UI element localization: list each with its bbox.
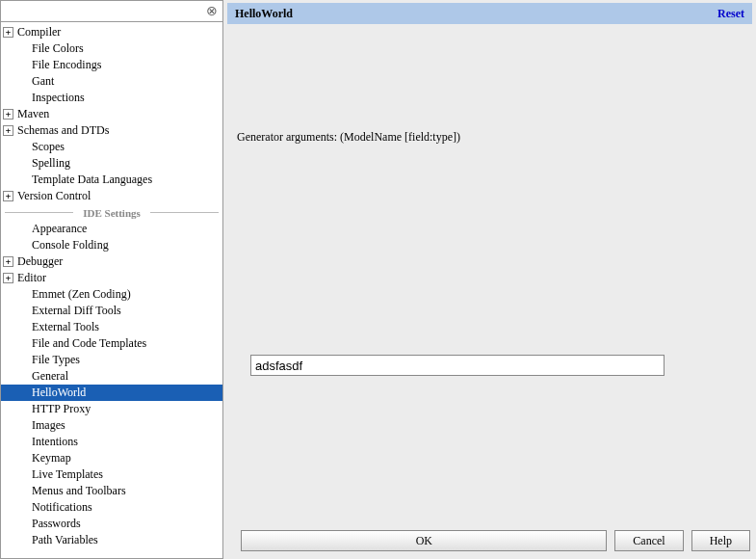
help-button[interactable]: Help	[691, 530, 750, 551]
tree-item[interactable]: File Types	[1, 352, 222, 368]
tree-item[interactable]: Live Templates	[1, 466, 222, 483]
tree-item-label: File Colors	[32, 41, 84, 56]
tree-item-label: Maven	[17, 107, 49, 121]
expand-icon[interactable]: +	[3, 256, 13, 267]
settings-detail-panel: HelloWorld Reset Generator arguments: (M…	[223, 0, 756, 559]
ok-button[interactable]: OK	[241, 530, 607, 551]
tree-item[interactable]: External Diff Tools	[1, 303, 222, 319]
generator-args-label: Generator arguments: (ModelName [field:t…	[237, 130, 743, 145]
tree-item-label: Passwords	[32, 517, 81, 531]
tree-item[interactable]: Menus and Toolbars	[1, 483, 222, 499]
section-label: IDE Settings	[77, 207, 146, 219]
tree-item[interactable]: +Editor	[1, 270, 222, 286]
expand-icon[interactable]: +	[3, 191, 13, 201]
tree-item[interactable]: +Maven	[1, 106, 222, 122]
tree-item-label: Inspections	[32, 91, 85, 105]
search-bar: ⊗	[1, 1, 222, 22]
expand-icon[interactable]: +	[3, 273, 13, 283]
tree-item[interactable]: Notifications	[1, 499, 222, 516]
tree-item[interactable]: HTTP Proxy	[1, 401, 222, 417]
tree-item[interactable]: Spelling	[1, 155, 222, 172]
tree-item-label: HTTP Proxy	[32, 402, 91, 416]
tree-item-label: Intentions	[32, 435, 78, 449]
tree-item-label: Keymap	[32, 451, 71, 466]
tree-item[interactable]: File Colors	[1, 40, 222, 57]
tree-item[interactable]: Gant	[1, 73, 222, 90]
expand-icon[interactable]: +	[3, 125, 13, 136]
tree-item[interactable]: Intentions	[1, 434, 222, 450]
tree-item[interactable]: Template Data Languages	[1, 172, 222, 188]
tree-item-label: Schemas and DTDs	[17, 123, 109, 138]
tree-item[interactable]: Scopes	[1, 139, 222, 155]
tree-item-label: External Diff Tools	[32, 304, 121, 318]
tree-item-label: General	[32, 369, 68, 384]
expand-icon[interactable]: +	[3, 109, 13, 120]
settings-tree[interactable]: +CompilerFile ColorsFile EncodingsGantIn…	[1, 22, 222, 558]
tree-item-label: Version Control	[17, 189, 91, 203]
tree-item-label: Debugger	[17, 254, 63, 269]
tree-item-label: Spelling	[32, 156, 70, 171]
tree-item[interactable]: Keymap	[1, 450, 222, 466]
tree-item[interactable]: Inspections	[1, 90, 222, 106]
tree-item-label: Path Variables	[32, 533, 98, 547]
section-header: IDE Settings	[1, 204, 222, 221]
cancel-button[interactable]: Cancel	[614, 530, 683, 551]
clear-search-icon[interactable]: ⊗	[204, 4, 220, 19]
panel-header: HelloWorld Reset	[227, 3, 752, 24]
tree-item-label: File and Code Templates	[32, 336, 146, 351]
tree-item-label: HelloWorld	[32, 386, 86, 400]
tree-item[interactable]: Path Variables	[1, 532, 222, 548]
tree-item[interactable]: File and Code Templates	[1, 335, 222, 352]
search-input[interactable]	[2, 3, 204, 20]
tree-item-label: Menus and Toolbars	[32, 484, 126, 498]
tree-item-label: Template Data Languages	[32, 173, 152, 187]
tree-item[interactable]: HelloWorld	[1, 385, 222, 401]
tree-item-label: Console Folding	[32, 238, 109, 253]
tree-item-label: Appearance	[32, 222, 87, 236]
page-title: HelloWorld	[235, 7, 717, 21]
tree-item-label: Emmet (Zen Coding)	[32, 287, 131, 302]
expand-icon[interactable]: +	[3, 27, 13, 38]
tree-item-label: Editor	[17, 271, 46, 285]
settings-sidebar: ⊗ +CompilerFile ColorsFile EncodingsGant…	[0, 0, 223, 559]
tree-item[interactable]: External Tools	[1, 319, 222, 335]
tree-item[interactable]: Passwords	[1, 516, 222, 532]
tree-item-label: Compiler	[17, 25, 61, 40]
tree-item-label: File Types	[32, 353, 80, 367]
tree-item[interactable]: File Encodings	[1, 57, 222, 73]
tree-item-label: Scopes	[32, 140, 65, 154]
tree-item[interactable]: +Version Control	[1, 188, 222, 204]
tree-item[interactable]: Appearance	[1, 221, 222, 237]
content-area: Generator arguments: (ModelName [field:t…	[227, 24, 752, 526]
tree-item[interactable]: Images	[1, 417, 222, 434]
tree-item[interactable]: General	[1, 368, 222, 385]
tree-item-label: Notifications	[32, 500, 92, 515]
tree-item-label: Images	[32, 418, 65, 433]
tree-item[interactable]: Console Folding	[1, 237, 222, 253]
reset-link[interactable]: Reset	[717, 7, 744, 21]
generator-args-input[interactable]	[250, 355, 665, 376]
tree-item[interactable]: +Compiler	[1, 24, 222, 40]
tree-item-label: Gant	[32, 74, 54, 89]
tree-item-label: External Tools	[32, 320, 99, 334]
tree-item-label: File Encodings	[32, 58, 101, 72]
tree-item[interactable]: +Debugger	[1, 253, 222, 270]
button-bar: OK Cancel Help	[227, 526, 752, 555]
tree-item[interactable]: Emmet (Zen Coding)	[1, 286, 222, 303]
tree-item[interactable]: +Schemas and DTDs	[1, 122, 222, 139]
tree-item-label: Live Templates	[32, 467, 103, 482]
